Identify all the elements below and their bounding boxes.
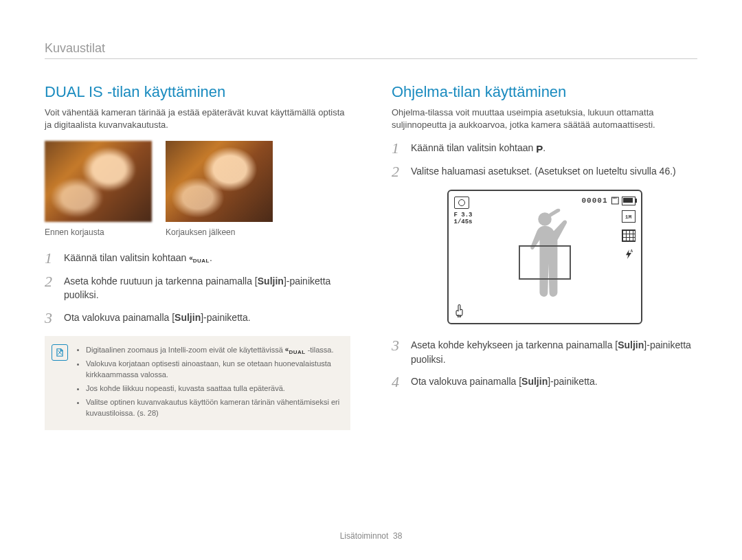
breadcrumb: Kuvaustilat bbox=[45, 41, 697, 59]
battery-icon bbox=[622, 197, 636, 205]
lcd-preview: F 3.3 1/45s 00001 1M A IS bbox=[447, 190, 642, 324]
left-column: DUAL IS -tilan käyttäminen Voit vähentää… bbox=[45, 83, 350, 430]
photo-before bbox=[45, 141, 152, 222]
focus-frame bbox=[519, 245, 571, 280]
svg-text:A: A bbox=[630, 250, 633, 254]
comparison-photos bbox=[45, 141, 350, 222]
svg-text:IS: IS bbox=[457, 315, 461, 319]
page-footer: Lisätoiminnot 38 bbox=[0, 531, 742, 541]
quality-icon bbox=[622, 229, 636, 242]
note-item: Jos kohde liikkuu nopeasti, kuvasta saat… bbox=[86, 383, 341, 394]
note-item: Valokuva korjataan optisesti ainoastaan,… bbox=[86, 359, 341, 381]
shot-counter: 00001 bbox=[581, 197, 607, 205]
aperture-value: F 3.3 bbox=[454, 212, 473, 219]
caption-before: Ennen korjausta bbox=[45, 227, 152, 237]
dual-mode-icon: DUAL bbox=[189, 253, 210, 265]
shutter-value: 1/45s bbox=[454, 219, 473, 225]
note-box: Digitaalinen zoomaus ja Intelli-zoom eiv… bbox=[45, 336, 350, 430]
is-icon: IS bbox=[454, 304, 466, 317]
step-4: 4 Ota valokuva painamalla [Suljin]-paini… bbox=[392, 374, 697, 390]
note-item: Valitse optinen kuvanvakautus käyttöön k… bbox=[86, 397, 341, 419]
dual-is-intro: Voit vähentää kameran tärinää ja estää e… bbox=[45, 107, 350, 131]
p-mode-icon: P bbox=[536, 142, 543, 157]
step-number: 3 bbox=[45, 311, 56, 326]
step-number: 1 bbox=[45, 251, 56, 266]
resolution-icon: 1M bbox=[622, 210, 636, 223]
step-number: 3 bbox=[392, 338, 403, 353]
dual-is-steps: 1 Käännä tilan valitsin kohtaan DUAL. 2 … bbox=[45, 251, 350, 326]
step-2: 2 Valitse haluamasi asetukset. (Asetukse… bbox=[392, 164, 697, 179]
step-1: 1 Käännä tilan valitsin kohtaan DUAL. bbox=[45, 251, 350, 266]
memory-icon bbox=[611, 196, 620, 205]
note-item: Digitaalinen zoomaus ja Intelli-zoom eiv… bbox=[86, 344, 341, 357]
caption-after: Korjauksen jälkeen bbox=[166, 227, 273, 237]
step-number: 2 bbox=[45, 274, 56, 289]
step-number: 1 bbox=[392, 141, 403, 156]
photo-captions: Ennen korjausta Korjauksen jälkeen bbox=[45, 227, 350, 237]
right-column: Ohjelma-tilan käyttäminen Ohjelma-tilass… bbox=[392, 83, 697, 430]
dual-is-title: DUAL IS -tilan käyttäminen bbox=[45, 83, 350, 101]
photo-after bbox=[166, 141, 273, 222]
step-number: 2 bbox=[392, 164, 403, 179]
step-1: 1 Käännä tilan valitsin kohtaan P. bbox=[392, 141, 697, 156]
flash-icon: A bbox=[622, 249, 635, 260]
step-3: 3 Aseta kohde kehykseen ja tarkenna pain… bbox=[392, 338, 697, 366]
program-steps-top: 1 Käännä tilan valitsin kohtaan P. 2 Val… bbox=[392, 141, 697, 179]
camera-icon bbox=[454, 197, 469, 209]
svg-rect-0 bbox=[611, 197, 618, 204]
dual-mode-icon: DUAL bbox=[285, 344, 306, 357]
program-intro: Ohjelma-tilassa voit muuttaa useimpia as… bbox=[392, 107, 697, 131]
step-3: 3 Ota valokuva painamalla [Suljin]-paini… bbox=[45, 311, 350, 326]
note-icon bbox=[52, 344, 68, 361]
program-steps-bottom: 3 Aseta kohde kehykseen ja tarkenna pain… bbox=[392, 338, 697, 390]
program-title: Ohjelma-tilan käyttäminen bbox=[392, 83, 697, 101]
step-2: 2 Aseta kohde ruutuun ja tarkenna painam… bbox=[45, 274, 350, 302]
step-number: 4 bbox=[392, 374, 403, 390]
